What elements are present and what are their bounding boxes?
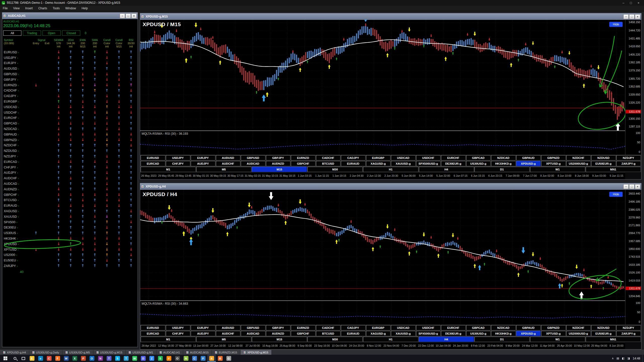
taskbar-app-calculator[interactable]: C: [190, 355, 199, 362]
tray-icon-3[interactable]: ◧: [622, 357, 624, 360]
signal-row-gbpjpy[interactable]: GBPJPY›↓↑↓↑↓↓↑: [2, 77, 138, 82]
signal-row-audchf[interactable]: AUDCHF›↑↓↑↑↓↑↑: [2, 175, 138, 181]
tray-icon-1[interactable]: ∧: [612, 357, 614, 360]
start-button[interactable]: [0, 355, 11, 362]
timeframe-button-h1[interactable]: H1: [363, 337, 418, 342]
signal-row-audcad[interactable]: AUDCAD›↑↑↑↑↓↑↑: [2, 181, 138, 187]
timeframe-button-w1[interactable]: W1: [530, 167, 585, 172]
signal-row-xagusd[interactable]: XAGUSD›↑↑↑↑↑↑↓: [2, 208, 138, 214]
signal-row-nzdchf[interactable]: NZDCHF›↑↑↑↑↑↑↓: [2, 143, 138, 148]
taskbar-app-paint[interactable]: B: [216, 355, 224, 362]
signal-row-usdjpy[interactable]: USDJPY›↓↑↑↑↓↑↑: [2, 55, 138, 61]
menu-item-tools[interactable]: Tools: [50, 6, 63, 11]
taskbar-app-word[interactable]: W: [62, 355, 70, 362]
signal-row-eu50eu[interactable]: EU50EU›↑↑↑↑↓↑↑: [2, 258, 138, 263]
timeframe-button-m1[interactable]: M1: [141, 337, 196, 342]
taskbar-app-spotify[interactable]: S: [156, 355, 165, 362]
symbol-button-eu50eur-g[interactable]: EU50EUR-g: [591, 331, 616, 336]
symbol-button-eurcad[interactable]: EURCAD: [141, 331, 165, 336]
symbol-button-audcad[interactable]: AUDCAD: [241, 161, 265, 166]
symbol-button-us2000usd-g[interactable]: US2000USD-g: [566, 331, 591, 336]
taskbar-app-chrome[interactable]: C: [45, 355, 53, 362]
symbol-button-gbpcad[interactable]: GBPCAD: [466, 325, 491, 330]
taskbar-app-edge[interactable]: e: [36, 355, 45, 362]
symbol-button-btcusd[interactable]: BTCUSD: [316, 331, 341, 336]
symbol-button-eurgbp[interactable]: EURGBP: [366, 325, 391, 330]
symbol-button-zarjpy-g[interactable]: ZARJPY-g: [616, 331, 641, 336]
panel-minimize-button[interactable]: –: [120, 14, 125, 18]
price-chart-h4[interactable]: XPDUSD / H4 Hide: [140, 190, 625, 300]
menu-item-charts[interactable]: Charts: [35, 6, 50, 11]
timeframe-button-m1[interactable]: M1: [141, 167, 196, 172]
signal-row-audusd[interactable]: AUDUSD›↑↑↑↑↑↑↑: [2, 66, 138, 71]
timeframe-button-h4[interactable]: H4: [419, 167, 474, 172]
timeframe-button-m30[interactable]: M30: [307, 337, 363, 342]
symbol-button-audjpy[interactable]: AUDJPY: [191, 161, 215, 166]
timeframe-button-m30[interactable]: M30: [307, 167, 363, 172]
timeframe-button-d1[interactable]: D1: [474, 337, 530, 342]
menu-item-file[interactable]: File: [0, 6, 10, 11]
chart-tab-audcad-m15[interactable]: AUDCAD,M15: [183, 350, 212, 355]
taskbar-app-whatsapp[interactable]: W: [130, 355, 139, 362]
symbol-button-usdjpy[interactable]: USDJPY: [166, 155, 190, 160]
symbol-button-xauusd-g[interactable]: XAUUSD-g: [391, 331, 416, 336]
symbol-button-audnzd[interactable]: AUDNZD: [266, 161, 291, 166]
chart-tab-us30usd-g-m1[interactable]: US30USD-g,M1: [126, 350, 156, 355]
taskbar-app-vlc[interactable]: V: [165, 355, 173, 362]
symbol-button-hk33hkd-g[interactable]: HK33HKD-g: [491, 331, 516, 336]
symbol-button-de30eur-g[interactable]: DE30EUR-g: [441, 331, 466, 336]
taskbar-app-obs[interactable]: O: [173, 355, 182, 362]
symbol-button-audjpy[interactable]: AUDJPY: [191, 331, 215, 336]
tray-icon-2[interactable]: ▤: [617, 357, 619, 360]
timeframe-button-m15[interactable]: M15: [252, 167, 307, 172]
timeframe-button-w1[interactable]: W1: [530, 337, 585, 342]
filter-trading[interactable]: Trading: [23, 30, 41, 36]
chart-close-button[interactable]: ×: [635, 14, 640, 19]
timeframe-button-m15[interactable]: M15: [252, 337, 307, 342]
taskbar-clock[interactable]: 14:48: [633, 357, 640, 360]
menu-item-help[interactable]: Help: [79, 6, 91, 11]
symbol-button-usdjpy[interactable]: USDJPY: [166, 325, 190, 330]
signal-row-eurusd[interactable]: EURUSD›↓↑↑↑↓↑↑: [2, 50, 138, 55]
signal-row-cadjpy[interactable]: CADJPY›↓↑↑↑↓↑↑: [2, 93, 138, 99]
symbol-button-gbpchf[interactable]: GBPCHF: [291, 161, 315, 166]
symbol-button-spx500usd-g[interactable]: SPX500USD-g: [416, 161, 441, 166]
symbol-button-xauusd-g[interactable]: XAUUSD-g: [391, 161, 416, 166]
symbol-button-chfjpy[interactable]: CHFJPY: [166, 161, 190, 166]
chart-tab-eurnzd-m15[interactable]: EURNZD,M15: [212, 350, 240, 355]
signal-row-eurcad[interactable]: EURCAD›↓↓↑↓↓↓↑: [2, 159, 138, 165]
signal-row-us2000[interactable]: US2000›↑↑↑↑↑↑↓: [2, 252, 138, 258]
symbol-button-gbpusd[interactable]: GBPUSD: [241, 325, 265, 330]
symbol-button-euraud[interactable]: EURAUD: [341, 161, 366, 166]
symbol-button-audcad[interactable]: AUDCAD: [241, 331, 265, 336]
signal-row-usdchf[interactable]: USDCHF›↓↓↑↓↓↓↓: [2, 110, 138, 115]
timeframe-button-m5[interactable]: M5: [196, 337, 251, 342]
filter-open[interactable]: Open: [43, 30, 61, 36]
taskbar-app-powerpoint[interactable]: P: [79, 355, 88, 362]
show-desktop-button[interactable]: [642, 355, 644, 362]
symbol-button-us2000usd-g[interactable]: US2000USD-g: [566, 161, 591, 166]
signal-row-xptusd[interactable]: XPTUSD›↓↓↓↓↓↓↓↓: [2, 247, 138, 252]
symbol-button-nzdusd[interactable]: NZDUSD: [591, 325, 616, 330]
timeframe-button-h4[interactable]: H4: [419, 337, 474, 342]
symbol-button-gbpjpy[interactable]: GBPJPY: [266, 325, 291, 330]
signal-row-chfjpy[interactable]: CHFJPY›↑↑↑↑↓↑↑: [2, 165, 138, 170]
symbol-button-nzdjpy[interactable]: NZDJPY: [616, 155, 641, 160]
timeframe-button-d1[interactable]: D1: [474, 167, 530, 172]
taskbar-app-mt4[interactable]: 4: [207, 355, 216, 362]
taskbar-app-firefox[interactable]: F: [53, 355, 62, 362]
symbol-button-usdcad[interactable]: USDCAD: [391, 325, 416, 330]
timeframe-button-m5[interactable]: M5: [196, 167, 251, 172]
taskbar-app-onenote[interactable]: N: [96, 355, 105, 362]
chart-tab-us30usd-g-m5[interactable]: US30USD-g,M5: [62, 350, 93, 355]
signal-row-eurchf[interactable]: EURCHF›↓↑↑↑↓↑↑: [2, 115, 138, 121]
chart-minimize-button[interactable]: –: [623, 14, 629, 19]
symbol-button-eu50eur-g[interactable]: EU50EUR-g: [591, 161, 616, 166]
chart-titlebar-m15[interactable]: XPDUSD-g,M15 – □ ×: [140, 13, 641, 20]
symbol-button-xpdusd-g[interactable]: XPDUSD-g: [516, 331, 541, 336]
taskbar-app-teams[interactable]: T: [105, 355, 113, 362]
symbol-button-gbpaud[interactable]: GBPAUD: [516, 155, 541, 160]
taskbar-app-zoom[interactable]: Z: [147, 355, 156, 362]
symbol-button-xagusd-g[interactable]: XAGUSD-g: [366, 161, 391, 166]
chart-tab-audcad-h1[interactable]: AUDCAD,H1: [156, 350, 183, 355]
